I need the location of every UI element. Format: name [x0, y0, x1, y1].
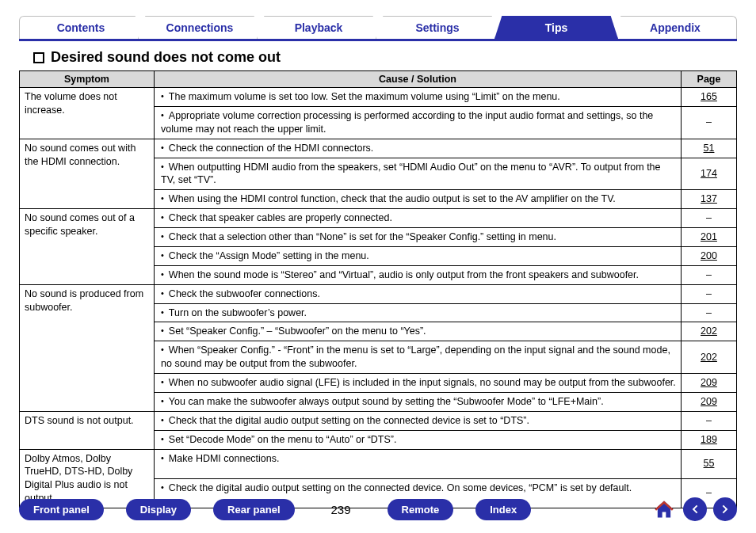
cause-cell: Turn on the subwoofer’s power. [155, 303, 682, 322]
cause-text: Turn on the subwoofer’s power. [161, 307, 307, 318]
cause-text: Check that the digital audio output sett… [161, 415, 529, 426]
cause-cell: When no subwoofer audio signal (LFE) is … [155, 374, 682, 393]
page-cell[interactable]: 201 [682, 228, 737, 247]
page-dash: – [706, 116, 712, 128]
page-link[interactable]: 165 [701, 91, 717, 102]
remote-button[interactable]: Remote [388, 499, 454, 520]
cause-text: Check the connection of the HDMI connect… [161, 143, 373, 154]
index-button[interactable]: Index [475, 499, 531, 520]
tab-settings[interactable]: Settings [376, 16, 499, 39]
page-cell: – [682, 284, 737, 303]
cause-text: Check that speaker cables are properly c… [161, 212, 392, 223]
page-link[interactable]: 55 [704, 458, 715, 469]
cause-cell: Check that speaker cables are properly c… [155, 209, 682, 228]
table-row: The volume does not increase.The maximum… [20, 88, 737, 107]
page-link[interactable]: 202 [701, 352, 717, 363]
page-cell[interactable]: 209 [682, 374, 737, 393]
page-dash: – [706, 212, 712, 223]
cause-text: When “Speaker Config.” - “Front” in the … [161, 345, 670, 369]
tab-connections[interactable]: Connections [138, 16, 262, 39]
page-link[interactable]: 51 [704, 143, 715, 154]
display-button[interactable]: Display [126, 499, 191, 520]
tab-playback[interactable]: Playback [257, 16, 380, 39]
tab-appendix[interactable]: Appendix [613, 16, 737, 39]
page-cell[interactable]: 202 [682, 341, 737, 374]
troubleshooting-table: Symptom Cause / Solution Page The volume… [19, 70, 737, 508]
symptom-cell: No sound comes out with the HDMI connect… [20, 139, 155, 209]
page-link[interactable]: 174 [701, 168, 717, 179]
cause-cell: Set “Speaker Config.” – “Subwoofer” on t… [155, 322, 682, 341]
page-cell[interactable]: 51 [682, 139, 737, 158]
symptom-cell: The volume does not increase. [20, 88, 155, 139]
next-page-button[interactable] [713, 497, 737, 521]
cause-text: Check the “Assign Mode” setting in the m… [161, 250, 369, 261]
page-cell[interactable]: 200 [682, 246, 737, 265]
table-row: No sound comes out of a specific speaker… [20, 209, 737, 228]
page-cell: – [682, 303, 737, 322]
page-cell: – [682, 265, 737, 284]
symptom-cell: No sound comes out of a specific speaker… [20, 209, 155, 285]
cause-cell: When using the HDMI control function, ch… [155, 190, 682, 209]
cause-text: Appropriate volume correction processing… [161, 110, 653, 135]
footer-nav: Front panel Display Rear panel 239 Remot… [19, 497, 737, 522]
page-dash: – [706, 288, 712, 299]
prev-page-button[interactable] [683, 497, 707, 521]
table-row: DTS sound is not output.Check that the d… [20, 411, 737, 430]
page-link[interactable]: 200 [701, 250, 717, 261]
page-cell: – [682, 209, 737, 228]
cause-text: When the sound mode is “Stereo” and “Vir… [161, 269, 639, 280]
tab-contents[interactable]: Contents [19, 16, 143, 39]
top-tabs: ContentsConnectionsPlaybackSettingsTipsA… [19, 16, 737, 41]
footer-left: Front panel Display Rear panel 239 Remot… [19, 499, 531, 520]
cause-cell: When outputting HDMI audio from the spea… [155, 158, 682, 190]
cause-cell: Check the connection of the HDMI connect… [155, 139, 682, 158]
table-row: No sound comes out with the HDMI connect… [20, 139, 737, 158]
cause-cell: The maximum volume is set too low. Set t… [155, 88, 682, 107]
table-row: No sound is produced from subwoofer.Chec… [20, 284, 737, 303]
page-link[interactable]: 201 [701, 231, 717, 242]
page-link[interactable]: 202 [701, 326, 717, 337]
page-cell[interactable]: 137 [682, 190, 737, 209]
page-cell[interactable]: 174 [682, 158, 737, 190]
page-cell: – [682, 106, 737, 139]
table-row: Dolby Atmos, Dolby TrueHD, DTS-HD, Dolby… [20, 449, 737, 478]
page-link[interactable]: 209 [701, 377, 717, 388]
page-number: 239 [331, 503, 351, 516]
footer-right [651, 497, 737, 522]
cause-text: Set “Speaker Config.” – “Subwoofer” on t… [161, 326, 426, 337]
col-cause: Cause / Solution [155, 71, 682, 88]
cause-text: When outputting HDMI audio from the spea… [161, 162, 661, 186]
page-link[interactable]: 209 [701, 396, 717, 407]
cause-text: Set “Decode Mode” on the menu to “Auto” … [161, 434, 396, 445]
cause-cell: Set “Decode Mode” on the menu to “Auto” … [155, 430, 682, 449]
cause-cell: Make HDMI connections. [155, 449, 682, 478]
cause-cell: Check the “Assign Mode” setting in the m… [155, 246, 682, 265]
page-cell[interactable]: 189 [682, 430, 737, 449]
cause-text: The maximum volume is set too low. Set t… [161, 91, 560, 102]
symptom-cell: No sound is produced from subwoofer. [20, 284, 155, 411]
rear-panel-button[interactable]: Rear panel [213, 499, 294, 520]
cause-text: Check the subwoofer connections. [161, 288, 320, 299]
tab-tips[interactable]: Tips [494, 16, 618, 39]
cause-cell: When “Speaker Config.” - “Front” in the … [155, 341, 682, 374]
page-cell: – [682, 411, 737, 430]
page-cell[interactable]: 55 [682, 449, 737, 478]
cause-text: Check that a selection other than “None”… [161, 231, 556, 242]
page-link[interactable]: 137 [701, 193, 717, 204]
cause-text: Check the digital audio output setting o… [161, 482, 632, 493]
page-cell[interactable]: 209 [682, 392, 737, 411]
page-cell[interactable]: 165 [682, 88, 737, 107]
page-cell[interactable]: 202 [682, 322, 737, 341]
front-panel-button[interactable]: Front panel [19, 499, 104, 520]
home-icon[interactable] [651, 497, 677, 522]
cause-text: When using the HDMI control function, ch… [161, 193, 616, 204]
col-page: Page [682, 71, 737, 88]
page-link[interactable]: 189 [701, 434, 717, 445]
cause-text: Make HDMI connections. [161, 453, 280, 464]
col-symptom: Symptom [20, 71, 155, 88]
cause-cell: You can make the subwoofer always output… [155, 392, 682, 411]
page-dash: – [706, 307, 712, 318]
cause-cell: Appropriate volume correction processing… [155, 106, 682, 139]
cause-cell: Check that the digital audio output sett… [155, 411, 682, 430]
page-dash: – [706, 415, 712, 426]
